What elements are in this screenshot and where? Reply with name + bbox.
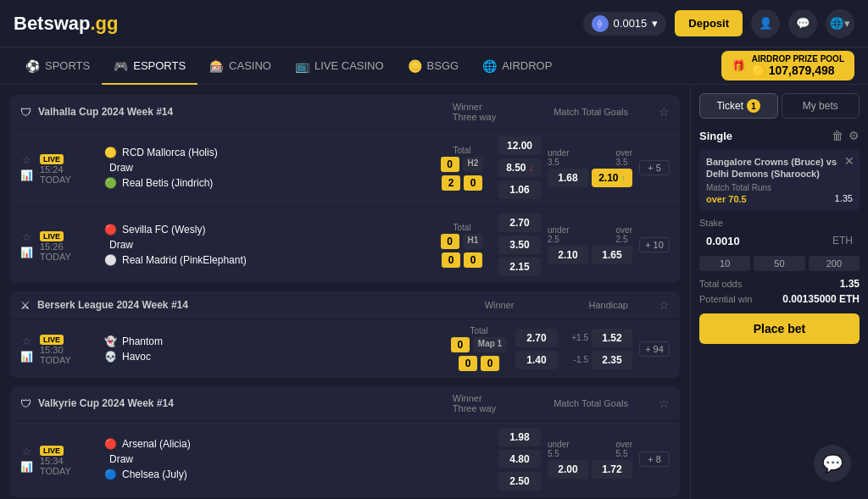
main-odds: 2.70 3.50 2.15	[498, 213, 541, 276]
nav-sports[interactable]: ⚽ SPORTS	[14, 47, 102, 85]
score-s2: 0	[464, 252, 482, 268]
odd-btn-1[interactable]: 12.00	[498, 136, 541, 155]
nav-airdrop[interactable]: 🌐 AIRDROP	[470, 47, 564, 85]
valkyrie-star[interactable]: ☆	[659, 396, 670, 410]
odd-btn-1[interactable]: 2.70	[515, 329, 558, 347]
bookmark-icon[interactable]: ☆	[20, 446, 33, 457]
odd-btn-1[interactable]: 2.70	[498, 213, 541, 232]
berserk-star[interactable]: ☆	[659, 298, 670, 312]
odd-btn-2[interactable]: 8.50 ↓	[498, 158, 541, 177]
live-badge: LIVE	[40, 231, 64, 241]
ticket-tab[interactable]: Ticket 1	[699, 93, 778, 119]
draw-label: Draw	[109, 453, 133, 465]
team1-icon: 👻	[104, 335, 117, 347]
team3-icon: 🟢	[104, 177, 117, 189]
match-actions: ☆ 📊	[20, 446, 33, 473]
nav-live-casino[interactable]: 📺 LIVE CASINO	[283, 47, 396, 85]
stake-currency: ETH	[832, 235, 853, 247]
bsgg-logo: 🟡	[752, 64, 765, 77]
under-odds-btn[interactable]: 2.10	[548, 246, 588, 264]
score-s1: 0	[442, 252, 460, 268]
nav-esports-label: ESPORTS	[133, 59, 186, 72]
my-bets-label: My bets	[803, 100, 838, 112]
over-odds-btn[interactable]: 1.65	[592, 246, 632, 264]
nav-casino[interactable]: 🎰 CASINO	[198, 47, 283, 85]
odd-btn-3[interactable]: 1.06	[498, 180, 541, 199]
eth-balance[interactable]: ⟠ 0.0015 ▾	[583, 12, 667, 36]
score-total: 0	[441, 157, 459, 172]
match-actions: ☆ 📊	[20, 231, 33, 258]
valhalla-star[interactable]: ☆	[659, 105, 670, 119]
league-header-berserk: ⚔ Berserk League 2024 Week #14 Winner Ha…	[10, 291, 680, 319]
match-info: LIVE 15:30 TODAY	[40, 332, 97, 365]
league-icon-valkyrie: 🛡	[20, 397, 31, 410]
under-odds-btn[interactable]: 1.68	[548, 169, 588, 187]
quick-stakes: 10 50 200	[699, 256, 860, 271]
league-name-berserk: Berserk League 2024 Week #14	[37, 299, 478, 311]
bet-odd: 1.35	[835, 193, 853, 203]
team1-icon: 🟡	[104, 147, 117, 158]
team2-name: Havoc	[122, 351, 151, 363]
odd-btn-2[interactable]: 3.50	[498, 236, 541, 254]
score-label-total: Total	[453, 146, 470, 155]
score-s2: 0	[481, 356, 499, 371]
bet-close-button[interactable]: ✕	[844, 154, 854, 168]
odd-btn-3[interactable]: 2.15	[498, 258, 541, 276]
team-row: Draw	[104, 453, 492, 465]
potential-win-value: 0.00135000 ETH	[782, 293, 860, 305]
quick-stake-10[interactable]: 10	[699, 256, 750, 271]
chart-icon[interactable]: 📊	[20, 351, 33, 363]
bookmark-icon[interactable]: ☆	[20, 231, 33, 243]
chat-icon[interactable]: 💬	[788, 9, 817, 38]
quick-stake-200[interactable]: 200	[809, 256, 860, 271]
live-badge: LIVE	[40, 154, 64, 164]
my-bets-tab[interactable]: My bets	[782, 93, 860, 119]
odd-btn-3[interactable]: 2.50	[498, 472, 541, 491]
handicap1-odds-btn[interactable]: 1.52	[592, 329, 632, 347]
airdrop-amount: 107,879,498	[769, 64, 835, 77]
quick-stake-50[interactable]: 50	[754, 256, 804, 271]
match-time: 15:24	[40, 164, 97, 175]
score-map1-label: Map 1	[473, 337, 507, 352]
over-header: over3.5	[616, 148, 632, 167]
team1-name: Phantom	[122, 335, 163, 347]
teams: 🟡 RCD Mallorca (Holis) Draw 🟢 Real Betis…	[104, 147, 426, 189]
language-icon[interactable]: 🌐▾	[826, 9, 854, 38]
bookmark-icon[interactable]: ☆	[20, 335, 33, 347]
user-icon[interactable]: 👤	[751, 9, 780, 38]
more-button[interactable]: + 10	[639, 237, 670, 252]
chat-bubble[interactable]: 💬	[814, 445, 851, 482]
single-actions: 🗑 ⚙	[832, 129, 860, 142]
casino-icon: 🎰	[209, 59, 224, 73]
trash-icon[interactable]: 🗑	[832, 129, 843, 142]
place-bet-button[interactable]: Place bet	[699, 313, 860, 344]
more-button[interactable]: + 5	[639, 160, 670, 175]
main-content: 🛡 Valhalla Cup 2024 Week #14 WinnerThree…	[0, 85, 868, 499]
nav-esports[interactable]: 🎮 ESPORTS	[102, 47, 198, 85]
bookmark-icon[interactable]: ☆	[20, 154, 33, 166]
more-button[interactable]: + 94	[639, 341, 670, 357]
odd-btn-2[interactable]: 1.40	[515, 351, 558, 369]
header-right: ⟠ 0.0015 ▾ Deposit 👤 💬 🌐▾	[583, 9, 854, 38]
handicap2-odds-btn[interactable]: 2.35	[592, 351, 632, 369]
nav-bsgg[interactable]: 🪙 BSGG	[396, 47, 471, 85]
league-icon-berserk: ⚔	[20, 299, 31, 312]
more-button[interactable]: + 8	[639, 452, 670, 467]
settings-icon[interactable]: ⚙	[849, 129, 860, 142]
odd-btn-2[interactable]: 4.80	[498, 450, 541, 469]
chart-icon[interactable]: 📊	[20, 461, 33, 473]
team-row: 🔵 Chelsea (July)	[104, 469, 492, 480]
under-odds-btn[interactable]: 2.00	[548, 460, 588, 479]
odd-btn-1[interactable]: 1.98	[498, 428, 541, 446]
over-odds-btn[interactable]: 1.72	[592, 460, 632, 479]
chart-icon[interactable]: 📊	[20, 169, 33, 181]
deposit-button[interactable]: Deposit	[675, 10, 743, 36]
chart-icon[interactable]: 📊	[20, 247, 33, 258]
nav-bsgg-label: BSGG	[427, 59, 459, 72]
over-odds-btn[interactable]: 2.10 ↑	[592, 169, 632, 187]
stake-label: Stake	[699, 218, 860, 228]
stake-input[interactable]	[706, 235, 832, 247]
team3-name: Real Betis (Jindrich)	[122, 177, 213, 189]
eth-icon: ⟠	[592, 15, 609, 32]
score-box: Total 0 H1 0 0	[432, 223, 492, 268]
